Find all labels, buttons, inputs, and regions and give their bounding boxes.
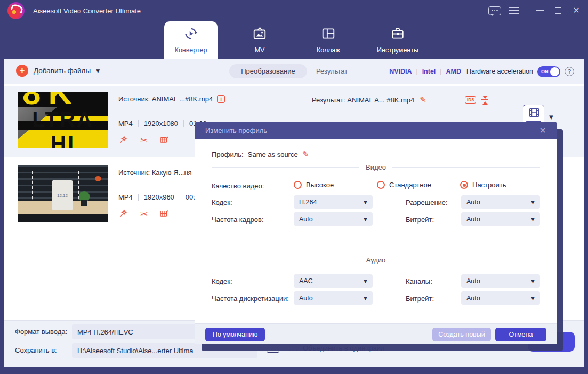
vendor-intel: Intel (422, 68, 436, 75)
id3-icon[interactable]: ID3 (465, 96, 476, 104)
video-section-divider: Видео (212, 163, 540, 171)
output-format-label: Формат вывода: (15, 328, 67, 336)
profile-label: Профиль: (212, 150, 244, 158)
tab-toolbox[interactable]: Инструменты (373, 21, 422, 59)
toggle-knob (550, 67, 559, 76)
tab-mv[interactable]: MV (238, 21, 281, 59)
radio-quality-standard[interactable]: Стандартное (377, 181, 431, 189)
vendor-nvidia: NVIDIA (389, 68, 412, 75)
audio-codec-select[interactable]: AAC▼ (294, 274, 373, 288)
save-path-field[interactable]: H:\Aiseesoft Studio\Aise...erter Ultima (72, 343, 257, 358)
collage-icon (321, 27, 335, 43)
save-path-label: Сохранить в: (15, 346, 57, 354)
help-icon[interactable]: ? (565, 67, 574, 76)
info-icon[interactable]: i (217, 95, 225, 103)
profile-edit-icon[interactable]: ✎ (302, 149, 309, 159)
channels-label: Каналы: (406, 277, 432, 285)
hardware-acceleration-cluster: NVIDIA | Intel | AMD Hardware accelerati… (389, 59, 574, 84)
framerate-select[interactable]: Auto▼ (294, 212, 373, 226)
app-window: Aiseesoft Video Converter Ultimate ✕ Кон… (0, 0, 588, 374)
add-files-label: Добавить файлы (34, 67, 91, 75)
video-thumbnail-2: 12:12 (18, 165, 108, 222)
framerate-label: Частота кадров: (212, 216, 264, 224)
app-logo-icon (7, 2, 25, 19)
trim-scissors-icon[interactable]: ✂ (140, 136, 148, 145)
titlebar-separator (527, 6, 527, 15)
maximize-button[interactable] (553, 4, 563, 18)
video-thumbnail-1: 8K LTRA HI (18, 92, 108, 148)
split-icon[interactable] (481, 96, 488, 105)
tab-converter[interactable]: Конвертер (164, 21, 218, 59)
toggle-on-label: ON (541, 69, 549, 74)
radio-quality-custom[interactable]: Настроить (460, 181, 506, 189)
channels-select[interactable]: Auto▼ (461, 274, 540, 288)
edit-effects-icon[interactable] (118, 208, 128, 220)
video-bitrate-select[interactable]: Auto▼ (461, 212, 540, 226)
source-label-1: Источник: ANIMAL ...#8K.mp4 (118, 95, 213, 103)
radio-quality-high[interactable]: Высокое (294, 181, 334, 189)
dialog-header: Изменить профиль ✕ (195, 122, 557, 139)
meta-format: MP4 (118, 193, 133, 201)
video-codec-select[interactable]: H.264▼ (294, 195, 373, 209)
tab-collage-label: Коллаж (317, 46, 340, 54)
meta-resolution: 1920x1080 (144, 120, 178, 128)
default-button[interactable]: По умолчанию (205, 328, 265, 341)
mv-icon (253, 27, 267, 43)
tab-toolbox-label: Инструменты (377, 46, 418, 54)
enhance-film-icon[interactable] (159, 209, 169, 220)
tab-collage[interactable]: Коллаж (307, 21, 350, 59)
meta-resolution: 1920x960 (144, 193, 174, 201)
hw-accel-toggle[interactable]: ON (537, 66, 560, 77)
plus-icon: + (16, 65, 28, 77)
add-files-button[interactable]: + Добавить файлы ▼ (16, 65, 100, 77)
audio-codec-label: Кодек: (212, 277, 232, 285)
tab-mv-label: MV (255, 46, 265, 54)
source-label-2: Источник: Какую Я...ня (118, 169, 192, 177)
hw-accel-label: Hardware acceleration (466, 68, 533, 75)
audio-section-divider: Аудио (212, 256, 540, 264)
format-dropdown-arrow[interactable]: ▼ (549, 114, 553, 120)
view-tab-convert[interactable]: Преобразование (229, 64, 307, 78)
edit-effects-icon[interactable] (118, 134, 128, 146)
result-label-1: Результат: ANIMAL A... #8K.mp4 (312, 96, 414, 104)
video-codec-label: Кодек: (212, 198, 232, 206)
window-title: Aiseesoft Video Converter Ultimate (33, 7, 141, 15)
enhance-film-icon[interactable] (159, 135, 169, 146)
dialog-footer: По умолчанию Создать новый Отмена (195, 323, 557, 344)
dialog-close-icon[interactable]: ✕ (539, 126, 546, 135)
minimize-button[interactable] (535, 4, 545, 18)
dialog-title: Изменить профиль (205, 126, 267, 134)
view-tab-result[interactable]: Результат (316, 67, 348, 75)
toolbar: + Добавить файлы ▼ Преобразование Резуль… (4, 59, 584, 84)
title-bar: Aiseesoft Video Converter Ultimate ✕ (0, 0, 588, 21)
row-divider (118, 110, 464, 110)
close-button[interactable]: ✕ (571, 4, 582, 18)
vendor-amd: AMD (446, 68, 461, 75)
create-new-button[interactable]: Создать новый (432, 328, 491, 341)
converter-icon (184, 27, 198, 43)
add-files-dropdown-arrow[interactable]: ▼ (96, 68, 100, 74)
edit-profile-dialog: Изменить профиль ✕ Профиль: Same as sour… (195, 122, 557, 344)
profile-value: Same as source (248, 150, 298, 158)
quality-label: Качество видео: (212, 182, 264, 190)
samplerate-select[interactable]: Auto▼ (294, 291, 373, 305)
file-meta-2: MP4 1920x960 00:22: (118, 193, 205, 201)
feedback-icon[interactable] (488, 4, 501, 18)
file-meta-1: MP4 1920x1080 01:00 (118, 120, 207, 128)
output-format-field[interactable]: MP4 H.264/HEVC (72, 324, 212, 339)
merge-label: Объединить в один файл (303, 344, 385, 352)
meta-format: MP4 (118, 120, 133, 128)
tab-converter-label: Конвертер (175, 46, 207, 54)
merge-icon[interactable] (289, 343, 297, 351)
resolution-label: Разрешение: (406, 198, 448, 206)
resolution-select[interactable]: Auto▼ (461, 195, 540, 209)
audio-bitrate-select[interactable]: Auto▼ (461, 291, 540, 305)
menu-icon[interactable] (509, 4, 519, 18)
toolbox-icon (391, 27, 405, 43)
rename-pencil-icon[interactable]: ✎ (420, 95, 426, 105)
samplerate-label: Частота дискретизации: (212, 295, 289, 303)
audio-bitrate-label: Битрейт: (406, 295, 434, 303)
cancel-button[interactable]: Отмена (495, 328, 546, 341)
video-bitrate-label: Битрейт: (406, 216, 434, 224)
trim-scissors-icon[interactable]: ✂ (140, 210, 148, 219)
